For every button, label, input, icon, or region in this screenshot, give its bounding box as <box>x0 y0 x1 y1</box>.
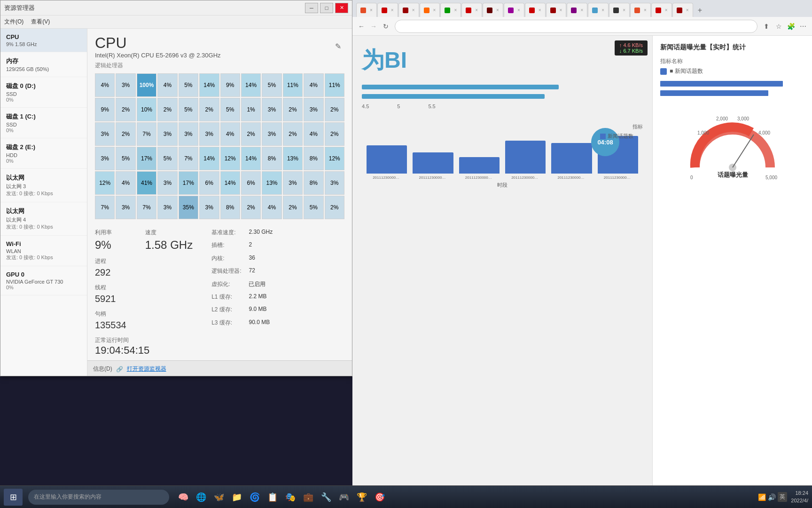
browser-tab[interactable]: × <box>398 3 419 17</box>
new-tab-button[interactable]: + <box>694 4 707 17</box>
browser-tab[interactable]: × <box>504 3 524 17</box>
browser-tab[interactable]: × <box>546 3 567 17</box>
tab-close-button[interactable]: × <box>580 8 583 13</box>
stats-panel-title: 新闻话题曝光量【实时】统计 <box>660 43 804 52</box>
sidebar-item-eth2[interactable]: 以太网 以太网 4 发送: 0 接收: 0 Kbps <box>0 202 87 236</box>
clock-date: 2022/4/ <box>791 497 808 504</box>
tab-close-button[interactable]: × <box>601 8 604 13</box>
footer-link[interactable]: 打开资源监视器 <box>127 365 166 373</box>
taskbar-icon-brain[interactable]: 🧠 <box>175 489 192 506</box>
tab-favicon <box>550 8 556 13</box>
tab-close-button[interactable]: × <box>560 8 562 13</box>
content-area: CPU 9% 1.58 GHz 内存 129/256 GB (50%) 磁盘 0… <box>0 29 352 376</box>
tab-close-button[interactable]: × <box>623 8 625 13</box>
browser-tab[interactable]: × <box>461 3 482 17</box>
refresh-button[interactable]: ↻ <box>381 21 391 32</box>
browser-tab[interactable]: × <box>609 3 630 17</box>
browser-tab[interactable]: × <box>483 3 503 17</box>
tab-close-button[interactable]: × <box>496 8 499 13</box>
browser-tab[interactable]: × <box>672 3 693 17</box>
language-indicator[interactable]: 英 <box>778 492 787 502</box>
cpu-cell: 41% <box>137 171 156 195</box>
bottom-chart-area: 2011123000014120111230000142201112300001… <box>362 123 643 189</box>
sidebar-item-memory[interactable]: 内存 129/256 GB (50%) <box>0 52 87 77</box>
taskbar-icon-edge[interactable]: 🌐 <box>193 489 210 506</box>
sidebar: CPU 9% 1.58 GHz 内存 129/256 GB (50%) 磁盘 0… <box>0 29 87 376</box>
tab-close-button[interactable]: × <box>644 8 647 13</box>
minimize-button[interactable]: ─ <box>305 3 318 13</box>
address-bar[interactable] <box>395 20 757 33</box>
tab-close-button[interactable]: × <box>412 8 415 13</box>
browser-tab[interactable]: × <box>567 3 587 17</box>
menu-view[interactable]: 查看(V) <box>31 18 50 26</box>
maximize-button[interactable]: □ <box>320 3 333 13</box>
sidebar-item-disk0[interactable]: 磁盘 0 (D:) SSD 0% <box>0 77 87 108</box>
system-tray: 📶 🔊 英 <box>758 492 787 502</box>
network-down: ↓ 6.7 KB/s <box>619 48 643 54</box>
taskbar-icon-app7[interactable]: 🎮 <box>336 489 352 506</box>
sidebar-item-cpu[interactable]: CPU 9% 1.58 GHz <box>0 29 87 52</box>
menu-dots-icon[interactable]: ⋯ <box>798 21 808 32</box>
share-icon[interactable]: ⬆ <box>761 21 772 32</box>
cpu-cell: 2% <box>325 196 344 219</box>
extensions-icon[interactable]: 🧩 <box>786 21 796 32</box>
browser-tab[interactable]: × <box>630 3 651 17</box>
edit-icon[interactable]: ✎ <box>335 42 344 51</box>
legend-label-text: 新闻话题数 <box>608 133 633 140</box>
gauge-container: 0 1,000 2,000 3,000 4,000 5,000 话题曝光量 <box>660 102 804 196</box>
bottom-bar-item: 20111230000143 <box>459 157 500 180</box>
tab-close-button[interactable]: × <box>517 8 520 13</box>
tab-close-button[interactable]: × <box>475 8 478 13</box>
tab-close-button[interactable]: × <box>370 8 373 13</box>
taskbar-icons: 🧠 🌐 🦋 📁 🌀 📋 🎭 💼 🔧 🎮 🏆 🎯 <box>175 489 388 506</box>
bar-label: 20111230000143 <box>465 175 493 180</box>
page-heading: 为BI <box>362 45 643 75</box>
tab-close-button[interactable]: × <box>539 8 541 13</box>
close-button[interactable]: ✕ <box>335 3 348 13</box>
taskbar-icon-app9[interactable]: 🎯 <box>371 489 388 506</box>
browser-tab[interactable]: × <box>420 3 440 17</box>
tab-close-button[interactable]: × <box>391 8 394 13</box>
chart-bar-1 <box>362 85 559 89</box>
tab-favicon <box>592 8 598 13</box>
browser-tab[interactable]: × <box>356 3 377 17</box>
taskbar-icon-app5[interactable]: 💼 <box>300 489 317 506</box>
taskbar-icon-app6[interactable]: 🔧 <box>318 489 335 506</box>
bar-column <box>367 145 407 174</box>
start-button[interactable]: ⊞ <box>4 489 23 506</box>
browser-tab[interactable]: × <box>440 3 461 17</box>
sidebar-item-disk2[interactable]: 磁盘 2 (E:) HDD 0% <box>0 138 87 169</box>
bookmark-icon[interactable]: ☆ <box>773 21 784 32</box>
browser-tab[interactable]: × <box>651 3 672 17</box>
uptime-value: 19:04:54:15 <box>95 344 344 357</box>
time-axis-label: 时段 <box>362 182 643 189</box>
tab-close-button[interactable]: × <box>433 8 436 13</box>
cpu-cell: 4% <box>95 73 115 97</box>
tab-close-button[interactable]: × <box>454 8 457 13</box>
browser-tab[interactable]: × <box>377 3 398 17</box>
sidebar-item-wifi[interactable]: Wi-Fi WLAN 发送: 0 接收: 0 Kbps <box>0 236 87 266</box>
back-button[interactable]: ← <box>356 21 367 32</box>
taskbar-search[interactable]: 在这里输入你要搜索的内容 <box>28 490 169 505</box>
browser-tab[interactable]: × <box>588 3 609 17</box>
sidebar-item-eth1[interactable]: 以太网 以太网 3 发送: 0 接收: 0 Kbps <box>0 169 87 202</box>
forward-button[interactable]: → <box>368 21 379 32</box>
sidebar-item-gpu[interactable]: GPU 0 NVIDIA GeForce GT 730 0% <box>0 266 87 295</box>
taskbar-icon-app1[interactable]: 🦋 <box>211 489 227 506</box>
chart-bar-2 <box>362 94 545 99</box>
cpu-cell: 3% <box>199 122 219 146</box>
cpu-cell: 4% <box>116 171 135 195</box>
taskbar-icon-app4[interactable]: 🎭 <box>282 489 299 506</box>
tab-close-button[interactable]: × <box>686 8 689 13</box>
taskbar-icon-app8[interactable]: 🏆 <box>353 489 370 506</box>
tab-close-button[interactable]: × <box>665 8 668 13</box>
sidebar-item-disk1[interactable]: 磁盘 1 (C:) SSD 0% <box>0 108 87 138</box>
taskbar-icon-app3[interactable]: 📋 <box>264 489 281 506</box>
taskbar-icon-app2[interactable]: 🌀 <box>246 489 263 506</box>
x-label-3: 5.5 <box>428 103 435 109</box>
taskbar-icon-folder[interactable]: 📁 <box>228 489 245 506</box>
bar-label: 20111230000144 <box>511 175 539 180</box>
cpu-cell: 8% <box>304 147 323 170</box>
menu-file[interactable]: 文件(O) <box>4 18 23 26</box>
browser-tab[interactable]: × <box>525 3 546 17</box>
